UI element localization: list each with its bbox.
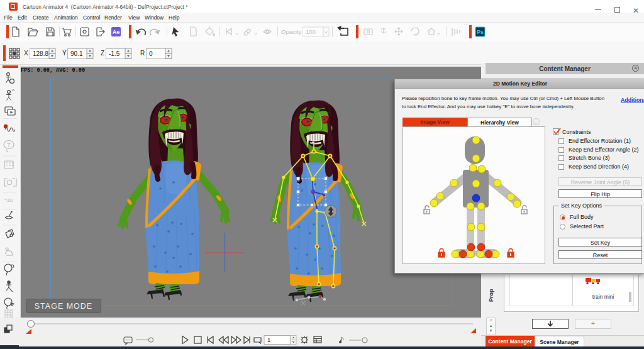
svg-text:Ps: Ps [477,29,484,35]
svg-text:1: 1 [267,336,270,343]
svg-text:T: T [7,142,11,148]
svg-text:Opacity :: Opacity : [281,28,305,35]
svg-text:*3D: *3D [4,197,13,203]
svg-text:100: 100 [306,28,316,35]
svg-text:Ae: Ae [113,29,120,35]
